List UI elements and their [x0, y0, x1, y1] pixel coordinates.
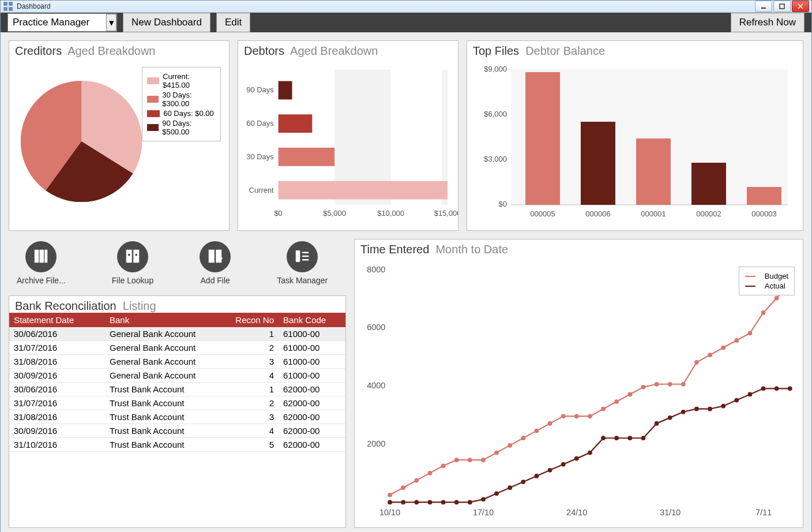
svg-point-67: [627, 392, 632, 397]
svg-text:$9,000: $9,000: [484, 65, 507, 73]
close-button[interactable]: [792, 1, 809, 12]
table-row[interactable]: 30/09/2016Trust Bank Account462000-00: [9, 424, 345, 438]
dashboard-window: Dashboard Practice Manager ▾ New Dashboa…: [0, 0, 812, 532]
edit-button[interactable]: Edit: [216, 13, 250, 32]
svg-point-99: [641, 436, 646, 440]
svg-point-80: [388, 500, 392, 505]
archive-file-launcher[interactable]: Archive File...: [17, 241, 66, 285]
svg-point-86: [468, 500, 472, 505]
table-row[interactable]: 31/08/2016General Bank Account361000-00: [9, 355, 345, 369]
svg-rect-40: [133, 249, 139, 263]
svg-text:000003: 000003: [751, 209, 776, 218]
time-legend: Budget Actual: [739, 267, 795, 295]
refresh-button[interactable]: Refresh Now: [731, 13, 805, 32]
svg-point-52: [428, 471, 433, 475]
svg-text:000001: 000001: [641, 209, 666, 218]
table-row[interactable]: 30/09/2016General Bank Account461000-00: [9, 369, 345, 383]
svg-point-65: [601, 407, 606, 411]
svg-text:7/11: 7/11: [755, 508, 772, 517]
svg-rect-26: [747, 187, 781, 205]
topfiles-bar-chart: $0 $3,000 $6,000 $9,000 000005 000006 00…: [467, 58, 803, 225]
svg-point-88: [494, 491, 499, 496]
svg-point-87: [481, 497, 486, 501]
svg-rect-24: [636, 138, 671, 205]
col-bank-code[interactable]: Bank Code: [279, 313, 345, 327]
archive-icon: [32, 248, 50, 267]
svg-point-61: [548, 421, 552, 426]
launcher-row: Archive File... File Lookup Add File Tas…: [9, 239, 346, 287]
svg-point-77: [761, 310, 766, 315]
svg-point-94: [574, 456, 579, 461]
bankrec-table: Statement Date Bank Recon No Bank Code 3…: [9, 313, 345, 452]
creditors-title: Creditors Aged Breakdown: [9, 41, 229, 58]
svg-text:$10,000: $10,000: [377, 209, 404, 218]
svg-point-53: [441, 463, 446, 468]
svg-point-93: [561, 462, 566, 467]
svg-text:$15,000: $15,000: [434, 209, 458, 218]
svg-point-66: [614, 399, 619, 404]
svg-rect-8: [279, 81, 292, 100]
svg-point-41: [128, 253, 130, 256]
svg-rect-10: [279, 148, 334, 166]
creditors-legend: Current: $415.00 30 Days: $300.00 60 Day…: [142, 67, 221, 141]
svg-text:6000: 6000: [367, 323, 385, 332]
debtors-card: Debtors Aged Breakdown 90 Days: [238, 40, 458, 231]
svg-point-95: [588, 451, 592, 455]
svg-point-42: [135, 253, 137, 256]
table-row[interactable]: 31/08/2016Trust Bank Account362000-00: [9, 410, 345, 424]
svg-point-98: [627, 436, 632, 440]
add-file-icon: [206, 248, 224, 267]
svg-text:000002: 000002: [696, 209, 721, 218]
bankrec-card: Bank Reconciliation Listing Statement Da…: [9, 295, 346, 528]
svg-text:31/10: 31/10: [660, 508, 681, 517]
view-selector-value: Practice Manager: [13, 17, 89, 28]
tasks-icon: [294, 248, 311, 267]
svg-rect-3: [9, 7, 13, 11]
svg-point-70: [668, 382, 672, 387]
table-row[interactable]: 31/07/2016Trust Bank Account262000-00: [9, 396, 345, 410]
svg-rect-5: [780, 4, 784, 9]
col-bank[interactable]: Bank: [105, 313, 217, 327]
svg-rect-1: [9, 2, 13, 6]
svg-point-63: [574, 414, 579, 418]
svg-point-72: [694, 360, 699, 365]
svg-rect-36: [35, 249, 39, 263]
chevron-down-icon: ▾: [106, 14, 116, 31]
minimize-button[interactable]: [755, 1, 772, 12]
svg-point-74: [721, 346, 725, 350]
table-row[interactable]: 30/06/2016General Bank Account161000-00: [9, 327, 345, 341]
svg-point-68: [641, 385, 646, 389]
new-dashboard-button[interactable]: New Dashboard: [123, 13, 210, 32]
table-row[interactable]: 31/10/2016Trust Bank Account562000-00: [9, 438, 345, 452]
svg-text:2000: 2000: [367, 439, 385, 448]
topfiles-card: Top Files Debtor Balance: [467, 40, 803, 231]
col-recon-no[interactable]: Recon No: [217, 313, 279, 327]
task-manager-launcher[interactable]: Task Manager: [277, 241, 328, 285]
svg-point-62: [561, 414, 566, 418]
svg-point-51: [414, 478, 419, 483]
svg-rect-43: [209, 249, 215, 263]
svg-point-56: [481, 458, 486, 462]
table-row[interactable]: 31/07/2016General Bank Account261000-00: [9, 341, 345, 355]
view-selector[interactable]: Practice Manager ▾: [7, 13, 117, 32]
col-statement-date[interactable]: Statement Date: [9, 313, 105, 327]
svg-rect-9: [279, 114, 313, 133]
svg-point-64: [588, 414, 592, 418]
svg-point-78: [775, 296, 779, 301]
time-entered-title: Time Entered Month to Date: [355, 239, 803, 256]
debtors-bar-chart: 90 Days 60 Days 30 Days Current $0 $5,00…: [238, 58, 458, 225]
titlebar: Dashboard: [1, 1, 811, 13]
svg-text:8000: 8000: [367, 265, 385, 274]
time-entered-chart: 2000 4000 6000 8000 10/10 17/10 24/10 31…: [355, 256, 803, 524]
svg-point-50: [401, 485, 405, 490]
table-row[interactable]: 30/06/2016Trust Bank Account162000-00: [9, 383, 345, 396]
svg-point-49: [388, 493, 392, 497]
file-lookup-launcher[interactable]: File Lookup: [112, 241, 153, 285]
svg-point-91: [535, 474, 539, 478]
svg-point-75: [734, 338, 739, 343]
svg-point-71: [681, 382, 686, 387]
svg-text:17/10: 17/10: [473, 508, 494, 517]
add-file-launcher[interactable]: Add File: [200, 241, 231, 285]
maximize-button[interactable]: [773, 1, 791, 12]
svg-rect-22: [525, 72, 560, 205]
